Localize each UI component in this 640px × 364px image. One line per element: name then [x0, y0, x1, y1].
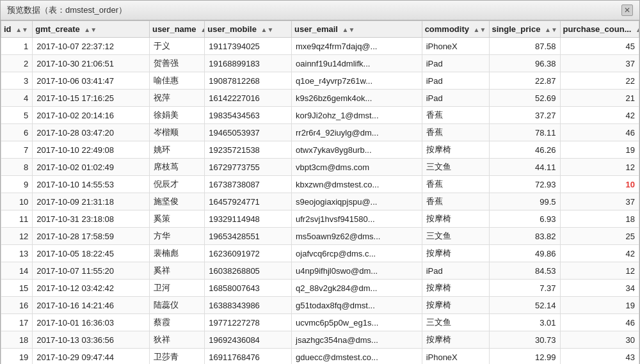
table-cell: 16457924771 — [205, 193, 292, 210]
table-cell: 香蕉 — [422, 193, 489, 210]
table-cell: 37 — [560, 55, 639, 72]
table-cell: 2017-10-28 17:58:59 — [33, 228, 150, 245]
table-cell: 22.87 — [489, 72, 560, 90]
table-cell: q1oe_r4yvrp7z61w... — [292, 72, 422, 90]
table-cell: 贺善强 — [149, 55, 204, 72]
table-cell: 72.93 — [489, 176, 560, 193]
col-header-id[interactable]: id ▲▼ — [1, 21, 33, 38]
col-header-commodity[interactable]: commodity ▲▼ — [422, 21, 489, 38]
table-cell: 16388343986 — [205, 297, 292, 314]
table-cell: 按摩椅 — [422, 297, 489, 314]
table-cell: oainnf19u14dmlifk... — [292, 55, 422, 72]
sort-arrow-price: ▲▼ — [545, 26, 557, 33]
table-cell: 2017-10-02 01:02:49 — [33, 159, 150, 176]
table-cell: 19117394025 — [205, 38, 292, 55]
table-cell: 姚环 — [149, 141, 204, 159]
table-cell: ms5oawn9z62@dms... — [292, 228, 422, 245]
table-cell: 2017-10-16 14:21:46 — [33, 297, 150, 314]
table-cell: 2017-10-15 17:16:25 — [33, 90, 150, 107]
table-cell: 16729773755 — [205, 159, 292, 176]
table-cell: 84.53 — [489, 262, 560, 280]
table-cell: 44.11 — [489, 159, 560, 176]
table-cell: 2017-10-28 03:47:20 — [33, 124, 150, 141]
sort-arrow-count: ▲▼ — [636, 26, 639, 33]
table-cell: 37.27 — [489, 107, 560, 124]
table-cell: iPhoneX — [422, 38, 489, 55]
table-cell: 52.14 — [489, 297, 560, 314]
table-cell: iPad — [422, 262, 489, 280]
table-cell: 按摩椅 — [422, 210, 489, 228]
sort-arrow-gmt: ▲▼ — [84, 26, 97, 33]
table-cell: 16 — [1, 297, 33, 314]
table-cell: 46.26 — [489, 141, 560, 159]
sort-arrow-email: ▲▼ — [342, 26, 355, 33]
table-cell: 方华 — [149, 228, 204, 245]
table-row: 102017-10-09 21:31:18施坚俊16457924771s9eoj… — [1, 193, 639, 210]
table-container: id ▲▼ gmt_create ▲▼ user_name ▲▼ user_mo… — [1, 20, 639, 364]
table-cell: 16738738087 — [205, 176, 292, 193]
table-cell: 奚策 — [149, 210, 204, 228]
close-button[interactable]: ✕ — [621, 4, 633, 16]
table-row: 62017-10-28 03:47:20岑楷顺19465053937rr2r6r… — [1, 124, 639, 141]
table-cell: 3 — [1, 72, 33, 90]
table-cell: k9s26bz6gemk4ok... — [292, 90, 422, 107]
table-row: 12017-10-07 22:37:12于义19117394025mxe9qz4… — [1, 38, 639, 55]
table-cell: 21 — [560, 90, 639, 107]
table-cell: 16858007643 — [205, 280, 292, 297]
table-cell: 37 — [560, 193, 639, 210]
table-cell: 喻佳惠 — [149, 72, 204, 90]
col-header-name[interactable]: user_name ▲▼ — [149, 21, 204, 38]
table-cell: iPhoneX — [422, 349, 489, 365]
table-cell: 陆蕊仪 — [149, 297, 204, 314]
col-header-count[interactable]: purchase_coun... ▲▼ — [560, 21, 639, 38]
table-cell: 78.11 — [489, 124, 560, 141]
table-row: 32017-10-06 03:41:47喻佳惠19087812268q1oe_r… — [1, 72, 639, 90]
table-cell: kbxzwn@dmstest.co... — [292, 176, 422, 193]
table-row: 42017-10-15 17:16:25祝萍16142227016k9s26bz… — [1, 90, 639, 107]
table-cell: 2017-10-09 21:31:18 — [33, 193, 150, 210]
table-cell: 19329114948 — [205, 210, 292, 228]
table-cell: 16142227016 — [205, 90, 292, 107]
table-cell: kor9Ji2ohz_1@dmst... — [292, 107, 422, 124]
table-cell: 12.99 — [489, 349, 560, 365]
table-cell: 42 — [560, 107, 639, 124]
table-row: 122017-10-28 17:58:59方华19653428551ms5oaw… — [1, 228, 639, 245]
table-cell: 于义 — [149, 38, 204, 55]
table-cell: 22 — [560, 72, 639, 90]
col-header-email[interactable]: user_email ▲▼ — [292, 21, 422, 38]
table-cell: 10 — [1, 193, 33, 210]
table-cell: 1 — [1, 38, 33, 55]
table-cell: 19465053937 — [205, 124, 292, 141]
table-cell: 6.93 — [489, 210, 560, 228]
table-row: 82017-10-02 01:02:49席枝茑16729773755vbpt3c… — [1, 159, 639, 176]
table-cell: 施坚俊 — [149, 193, 204, 210]
table-cell: 19168899183 — [205, 55, 292, 72]
table-cell: 2017-10-05 18:22:45 — [33, 245, 150, 262]
col-header-mobile[interactable]: user_mobile ▲▼ — [205, 21, 292, 38]
table-cell: mxe9qz4frm7dajq@... — [292, 38, 422, 55]
table-cell: 19 — [560, 141, 639, 159]
table-cell: iPad — [422, 72, 489, 90]
col-header-price[interactable]: single_price ▲▼ — [489, 21, 560, 38]
table-cell: 2 — [1, 55, 33, 72]
table-cell: 19 — [1, 349, 33, 365]
table-cell: 46 — [560, 314, 639, 331]
table-row: 72017-10-10 22:49:08姚环19235721538otwx7yk… — [1, 141, 639, 159]
table-cell: 14 — [1, 262, 33, 280]
table-cell: u4np9ifhjl0swo@dm... — [292, 262, 422, 280]
col-header-gmt[interactable]: gmt_create ▲▼ — [33, 21, 150, 38]
table-row: 22017-10-30 21:06:51贺善强19168899183oainnf… — [1, 55, 639, 72]
table-cell: g51todax8fq@dmst... — [292, 297, 422, 314]
table-cell: 19235721538 — [205, 141, 292, 159]
table-cell: 7.37 — [489, 280, 560, 297]
table-cell: 8 — [1, 159, 33, 176]
table-cell: iPad — [422, 55, 489, 72]
table-cell: 奚祥 — [149, 262, 204, 280]
table-cell: 4 — [1, 90, 33, 107]
table-cell: otwx7ykav8yg8urb... — [292, 141, 422, 159]
table-row: 92017-10-10 14:55:53倪辰才16738738087kbxzwn… — [1, 176, 639, 193]
table-cell: 7 — [1, 141, 33, 159]
table-cell: 30 — [560, 331, 639, 349]
table-cell: 2017-10-01 16:36:03 — [33, 314, 150, 331]
table-row: 172017-10-01 16:36:03蔡霞19771227278ucvmc6… — [1, 314, 639, 331]
